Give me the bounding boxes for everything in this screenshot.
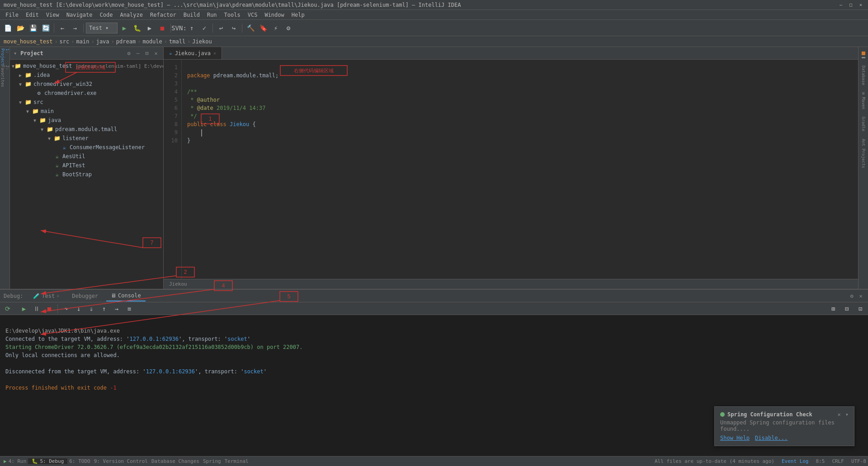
menu-help[interactable]: Help [288,11,308,19]
menu-refactor[interactable]: Refactor [146,11,180,19]
database-right-tab[interactable]: Database [861,66,866,85]
toolbar-vcs-update[interactable]: ↑ [186,22,198,34]
menu-build[interactable]: Build [180,11,203,19]
tree-java[interactable]: ▼ 📁 java [10,116,163,125]
bc-item-src[interactable]: src [60,38,70,45]
event-log-btn[interactable]: Event Log [782,458,809,464]
toolbar-undo[interactable]: ↩ [215,22,227,34]
toolbar-bookmarks[interactable]: 🔖 [257,22,269,34]
bottom-tab-test[interactable]: 🧪 Test ✕ [28,291,64,301]
tree-bootstrap[interactable]: ☕ BootStrap [10,170,163,179]
toolbar-settings[interactable]: ⚙ [283,22,294,34]
debug-resume[interactable]: ▶ [18,303,30,315]
tree-root[interactable]: ▼ 📁 move_house_test [pdream-selenuim-tam… [10,61,163,71]
toolbar-stop[interactable]: ■ [156,22,168,34]
debug-evaluate[interactable]: ≡ [123,303,135,315]
bc-item-main[interactable]: main [76,38,90,45]
toolbar-run-with-coverage[interactable]: ▶ [144,22,156,34]
bottom-vcs-tab[interactable]: 9: Version Control [92,458,150,464]
debug-layout[interactable]: ⊟ [841,303,853,315]
bc-item-java[interactable]: java [96,38,109,45]
notif-disable[interactable]: Disable... [755,435,788,441]
tree-consumer[interactable]: ☕ ConsumerMessageListener [10,143,163,152]
tree-chromedriver-win32[interactable]: ▼ 📁 chromedriver_win32 [10,80,163,89]
debug-stop[interactable]: ■ [43,303,55,315]
toolbar-open[interactable]: 📂 [14,22,26,34]
toolbar-redo[interactable]: ↪ [228,22,240,34]
notif-expand-icon[interactable]: ▾ [845,411,849,418]
debug-step-into[interactable]: ↓ [73,303,85,315]
project-collapse-icon[interactable]: – [134,50,142,57]
test-tab-close[interactable]: ✕ [57,293,59,298]
debug-step-into-force[interactable]: ⇓ [85,303,97,315]
status-charset[interactable]: UTF-8 [851,458,866,464]
toolbar-sync[interactable]: 🔄 [40,22,52,34]
toolbar-back[interactable]: ← [57,22,68,34]
debug-pause[interactable]: ⏸ [31,303,42,315]
tree-idea[interactable]: ▶ 📁 .idea [10,71,163,80]
menu-code[interactable]: Code [96,11,117,19]
bottom-todo-tab[interactable]: 6: TODO [67,458,92,464]
toolbar-debug[interactable]: 🐛 [131,22,143,34]
notif-show-help[interactable]: Show Help [720,435,750,441]
debug-restore[interactable]: ⊡ [854,303,866,315]
debug-step-over[interactable]: ↷ [60,303,72,315]
menu-run[interactable]: Run [203,11,221,19]
toolbar-vcs-commit[interactable]: ✓ [198,22,210,34]
maven-right-tab[interactable]: m Maven [861,92,866,109]
bottom-spring-tab[interactable]: Spring [201,458,223,464]
code-editor[interactable]: package pdream.module.tmall; /** * @auth… [182,60,858,279]
tree-apitest[interactable]: ☕ APITest [10,161,163,170]
toolbar-forward[interactable]: → [69,22,81,34]
toolbar-run[interactable]: ▶ [118,22,130,34]
toolbar-svn[interactable]: SVN: [173,22,185,34]
debug-restart[interactable]: ⟳ [2,303,14,315]
menu-navigate[interactable]: Navigate [63,11,96,19]
bottom-tab-debugger[interactable]: Debugger [67,291,103,301]
project-settings-icon[interactable]: ⚙ [125,50,132,57]
bc-item-pdream[interactable]: pdream [116,38,136,45]
toolbar-save[interactable]: 💾 [27,22,39,34]
tree-aesutil[interactable]: ☕ AesUtil [10,152,163,161]
toolbar-new[interactable]: 📄 [2,22,14,34]
menu-analyze[interactable]: Analyze [116,11,146,19]
menu-vcs[interactable]: VCS [244,11,261,19]
menu-view[interactable]: View [42,11,63,19]
run-config-dropdown[interactable]: Test ▾ [86,23,118,33]
debug-run-to-cursor[interactable]: → [111,303,123,315]
bottom-run-tab[interactable]: ▶ 4: Run [2,458,28,464]
bottom-terminal-tab[interactable]: Terminal [223,458,250,464]
debug-frames[interactable]: ⊞ [827,303,839,315]
tab-close-icon[interactable]: ✕ [213,51,216,56]
bc-item-tmall[interactable]: tmall [169,38,185,45]
menu-edit[interactable]: Edit [22,11,42,19]
project-expand-icon[interactable]: ⊡ [143,50,151,57]
tree-listener[interactable]: ▼ 📁 listener [10,134,163,143]
tree-chromedriver-exe[interactable]: ⚙ chromedriver.exe [10,89,163,98]
minimize-button[interactable]: – [837,1,844,9]
bottom-tab-console[interactable]: 🖥 Console [106,291,146,301]
bottom-db-tab[interactable]: Database Changes [150,458,201,464]
notif-close-icon[interactable]: ✕ [838,411,841,418]
bc-item-jiekou[interactable]: Jiekou [192,38,212,45]
close-button[interactable]: ✕ [857,1,864,9]
bottom-debug-tab[interactable]: 🐛 5: Debug [28,458,67,464]
bc-item-move-house-test[interactable]: move_house_test [4,38,52,45]
status-crlf[interactable]: CRLF [832,458,844,464]
maximize-button[interactable]: □ [847,1,854,9]
project-close-icon[interactable]: ✕ [152,50,160,57]
project-strip-tab[interactable]: 1: Project [0,52,9,61]
menu-file[interactable]: File [2,11,22,19]
debug-step-out[interactable]: ↑ [98,303,110,315]
bottom-settings-icon[interactable]: ⚙ [848,292,855,300]
bc-item-module[interactable]: module [142,38,162,45]
bottom-close-icon[interactable]: ✕ [857,292,864,300]
gradle-right-tab[interactable]: Gradle [861,117,866,132]
tree-src[interactable]: ▼ 📁 src [10,98,163,107]
ant-right-tab[interactable]: Ant Projects [861,139,866,168]
favorites-strip-tab[interactable]: 2: Favorites [0,71,9,80]
menu-window[interactable]: Window [261,11,288,19]
toolbar-build[interactable]: 🔨 [245,22,256,34]
menu-tools[interactable]: Tools [221,11,244,19]
toolbar-power[interactable]: ⚡ [270,22,282,34]
